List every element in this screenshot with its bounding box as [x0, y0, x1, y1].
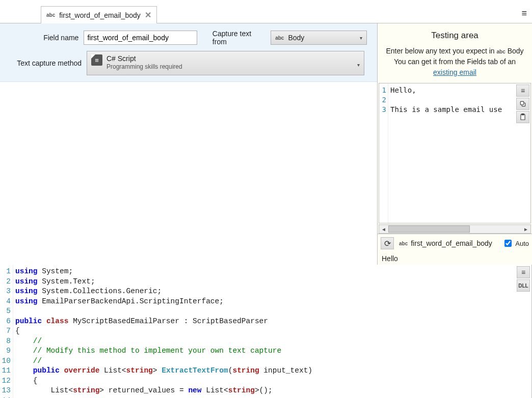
tab-strip: abc first_word_of_email_body ✕ ≡ [0, 0, 532, 23]
field-name-label: Field name [0, 34, 78, 42]
scroll-thumb[interactable] [388, 225, 470, 233]
code-editor[interactable]: 1234567891011121314151617181920212223 us… [0, 265, 532, 398]
capture-from-select[interactable]: abc Body ▾ [271, 31, 367, 45]
script-file-icon: ≡ [91, 54, 102, 66]
hamburger-icon[interactable]: ≡ [517, 266, 530, 278]
capture-from-value: Body [288, 34, 304, 42]
dll-button[interactable]: DLL [517, 279, 530, 292]
existing-email-link[interactable]: existing email [433, 68, 476, 76]
close-icon[interactable]: ✕ [145, 11, 151, 19]
result-field-label: first_word_of_email_body [411, 239, 492, 247]
auto-label: Auto [515, 240, 529, 247]
test-text-content[interactable]: Hello, This is a sample email use [388, 83, 530, 223]
horizontal-scrollbar[interactable]: ◄ ► [379, 224, 531, 234]
capture-from-label: Capture text from [212, 30, 265, 46]
svg-rect-1 [520, 101, 523, 104]
method-subtitle: Programming skills required [107, 63, 182, 70]
capture-method-select[interactable]: ≡ C# Script Programming skills required … [87, 51, 364, 75]
copy-icon[interactable] [516, 98, 529, 110]
scroll-left-icon[interactable]: ◄ [379, 226, 388, 232]
testing-title: Testing area [383, 31, 527, 41]
code-content[interactable]: using System;using System.Text;using Sys… [13, 265, 531, 398]
result-bar: ⟳ abc first_word_of_email_body Auto [378, 234, 532, 252]
testing-desc: Enter below any text you expect in abc B… [383, 46, 527, 78]
config-panel: Field name Capture text from abc Body ▾ … [0, 23, 377, 82]
svg-rect-3 [522, 114, 524, 115]
field-name-input[interactable] [84, 31, 197, 45]
paste-icon[interactable] [516, 111, 529, 123]
chevron-down-icon: ▾ [360, 35, 362, 41]
tab-title: first_word_of_email_body [59, 11, 141, 19]
test-input[interactable]: 123 Hello, This is a sample email use ≡ [379, 83, 531, 223]
line-gutter: 1234567891011121314151617181920212223 [0, 265, 13, 398]
result-output: Hello [378, 252, 532, 265]
testing-panel: Testing area Enter below any text you ex… [377, 23, 532, 265]
auto-checkbox[interactable] [504, 240, 512, 247]
hamburger-icon[interactable]: ≡ [516, 84, 529, 97]
abc-icon: abc [46, 12, 55, 18]
line-gutter: 123 [379, 83, 388, 223]
abc-icon: abc [399, 241, 408, 246]
tab-field[interactable]: abc first_word_of_email_body ✕ [41, 6, 157, 23]
refresh-icon[interactable]: ⟳ [381, 237, 394, 249]
abc-icon: abc [275, 35, 284, 41]
abc-icon: abc [497, 49, 506, 54]
chevron-down-icon: ▾ [357, 62, 360, 68]
method-title: C# Script [107, 54, 182, 63]
method-label: Text capture method [0, 59, 82, 67]
scroll-right-icon[interactable]: ► [521, 226, 530, 232]
hamburger-icon[interactable]: ≡ [521, 8, 527, 19]
